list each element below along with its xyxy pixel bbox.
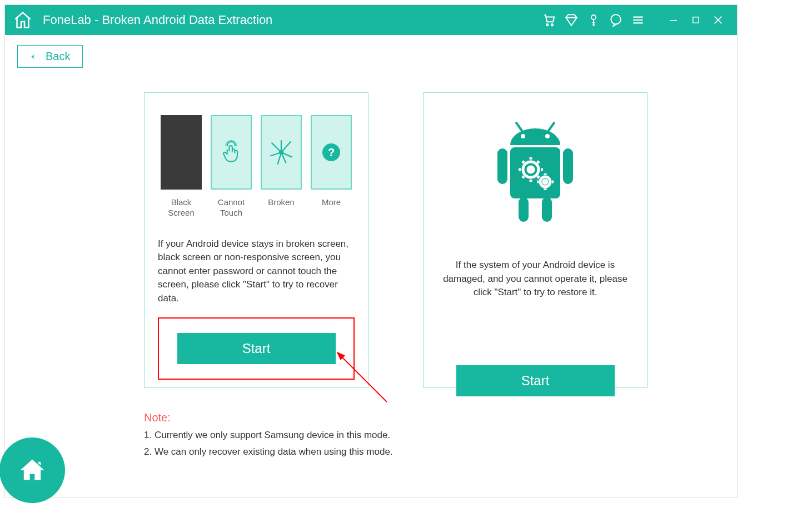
note-section: Note: 1. Currently we only support Samsu… xyxy=(144,411,725,458)
more-label: More xyxy=(322,197,341,208)
svg-line-10 xyxy=(516,123,522,131)
highlight-annotation: Start xyxy=(158,317,355,380)
broken-screen-text: If your Android device stays in broken s… xyxy=(158,237,355,306)
cannot-touch-option: Cannot Touch xyxy=(210,115,252,218)
diamond-icon[interactable] xyxy=(564,12,579,28)
svg-rect-16 xyxy=(542,197,552,222)
key-icon[interactable] xyxy=(586,12,601,28)
note-heading: Note: xyxy=(144,411,725,424)
back-button[interactable]: Back xyxy=(17,45,83,68)
svg-point-9 xyxy=(545,134,550,138)
black-screen-label: Black Screen xyxy=(160,197,202,218)
system-damaged-panel: If the system of your Android device is … xyxy=(423,92,647,388)
home-icon xyxy=(18,456,47,485)
android-icon xyxy=(480,115,591,235)
cannot-touch-icon xyxy=(211,115,252,190)
more-icon: ? xyxy=(311,115,352,190)
svg-point-5 xyxy=(280,151,283,154)
black-screen-icon xyxy=(161,115,202,190)
broken-option: Broken xyxy=(260,115,302,218)
svg-point-1 xyxy=(551,24,553,26)
note-line-1: 1. Currently we only support Samsung dev… xyxy=(144,430,725,441)
more-option: ? More xyxy=(310,115,352,218)
svg-point-18 xyxy=(528,167,534,172)
svg-rect-14 xyxy=(563,148,573,184)
maximize-button[interactable] xyxy=(689,13,703,27)
floating-home-button[interactable] xyxy=(0,437,65,503)
back-label: Back xyxy=(46,50,70,63)
start-restore-button[interactable]: Start xyxy=(456,365,615,396)
menu-icon[interactable] xyxy=(630,12,646,28)
svg-point-2 xyxy=(591,15,596,19)
svg-rect-15 xyxy=(519,197,529,222)
back-arrow-icon xyxy=(30,51,38,63)
titlebar: FoneLab - Broken Android Data Extraction xyxy=(5,5,737,35)
broken-label: Broken xyxy=(268,197,295,208)
minimize-button[interactable] xyxy=(667,13,680,27)
svg-text:?: ? xyxy=(328,146,335,158)
note-line-2: 2. We can only recover existing data whe… xyxy=(144,446,725,458)
app-title: FoneLab - Broken Android Data Extraction xyxy=(43,13,272,27)
chat-icon[interactable] xyxy=(608,12,624,28)
close-button[interactable] xyxy=(711,13,725,27)
svg-rect-4 xyxy=(693,17,699,23)
svg-point-0 xyxy=(546,24,548,26)
broken-screen-panel: Black Screen Cannot Touch xyxy=(144,92,368,388)
svg-point-8 xyxy=(521,134,525,138)
start-recover-button[interactable]: Start xyxy=(177,333,336,364)
broken-icon xyxy=(261,115,302,190)
home-icon[interactable] xyxy=(13,10,33,30)
svg-line-11 xyxy=(549,123,554,131)
svg-point-20 xyxy=(544,180,547,183)
cart-icon[interactable] xyxy=(541,12,557,28)
cannot-touch-label: Cannot Touch xyxy=(210,197,252,218)
svg-rect-12 xyxy=(510,147,560,198)
svg-rect-13 xyxy=(497,148,507,184)
system-damaged-text: If the system of your Android device is … xyxy=(437,258,634,300)
black-screen-option: Black Screen xyxy=(160,115,202,218)
